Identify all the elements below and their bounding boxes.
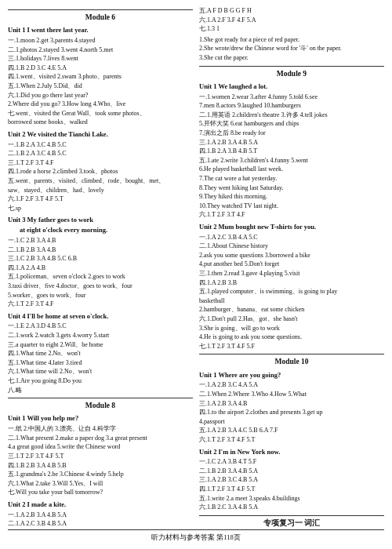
module8-title: Module 8 [8,398,193,411]
m8unit1-section: Unit 1 Will you help me? 一.纸 2.中国人的 3.漂亮… [8,413,193,497]
m8unit1-title: Unit 1 Will you help me? [8,413,193,424]
m9unit2-title: Unit 2 Mum bought new T-shirts for you. [199,222,384,232]
m10unit2-title: Unit 2 I'm in New York now. [199,447,384,457]
unit4-lines: 一.1.E 2.A 3.D 4.B 5.C 二.1.work 2.watch 3… [8,322,193,394]
m10unit2-section: Unit 2 I'm in New York now. 一.1.C 2.A 3.… [199,447,384,512]
section-below-lines: 1.She got ready for a piece of red paper… [199,35,384,63]
review-title: 专项复习一 词汇 [199,515,384,527]
m8unit2-lines: 一.1.A 2.B 3.A 4.B 5.A 二.1.A 2.C 3.B 4.B … [8,511,193,528]
right-top-lines: 五.A F D B G G F H 六.1.A 2.F 3.F 4.F 5.A … [199,6,384,34]
unit4-section: Unit 4 I'll be home at seven o'clock. 一.… [8,311,193,395]
m9unit1-title: Unit 1 We laughed a lot. [199,82,384,92]
m10unit1-section: Unit 1 Where are you going? 一.1.A 2.B 3.… [199,370,384,445]
m9unit1-section: Unit 1 We laughed a lot. 一.1.women 2.wea… [199,82,384,220]
unit2-lines: 一.1.B 2.A 3.C 4.B 5.C 二.1.B 2.A 3.C 4.B … [8,140,193,213]
unit3-lines: 一.1.C 2.B 3.A 4.B 二.1.B 2.B 3.A 4.B 三.1.… [8,236,193,309]
right-top: 五.A F D B G G F H 六.1.A 2.F 3.F 4.F 5.A … [199,6,384,34]
unit1-section: Unit 1 I went there last year. 一.1.moon … [8,25,193,127]
module6-title: Module 6 [8,9,193,23]
page: Module 6 Unit 1 I went there last year. … [0,0,392,549]
unit3-title: Unit 3 My father goes to work at eight o… [8,215,193,235]
unit2-section: Unit 2 We visited the Tianchi Lake. 一.1.… [8,129,193,213]
module9-title: Module 9 [199,66,384,79]
content-wrapper: Module 6 Unit 1 I went there last year. … [8,6,384,527]
m10unit1-title: Unit 1 Where are you going? [199,370,384,380]
m9unit2-lines: 一.1.A 2.C 3.B 4.A 5.C 二.1.About Chinese … [199,233,384,351]
m9unit1-lines: 一.1.women 2.wear 3.after 4.funny 5.told … [199,93,384,220]
m10unit1-lines: 一.1.A 2.B 3.C 4.A 5.A 二.1.When 2.Where 3… [199,380,384,444]
unit3-section: Unit 3 My father goes to work at eight o… [8,215,193,308]
footer: 听力材料与参考答案 第118页 [8,529,384,543]
section-below: 1.She got ready for a piece of red paper… [199,35,384,63]
unit1-lines: 一.1.moon 2.get 3.parents 4.stayed 二.1.ph… [8,36,193,127]
module10-title: Module 10 [199,354,384,367]
unit2-title: Unit 2 We visited the Tianchi Lake. [8,129,193,140]
m9unit2-section: Unit 2 Mum bought new T-shirts for you. … [199,222,384,351]
m10unit2-lines: 一.1.C 2.A 3.B 4.T 5.F 二.1.B 2.B 3.A 4.B … [199,457,384,512]
unit4-title: Unit 4 I'll be home at seven o'clock. [8,311,193,322]
m8unit2-title: Unit 2 I made a kite. [8,500,193,510]
m8unit2-section: Unit 2 I made a kite. 一.1.A 2.B 3.A 4.B … [8,500,193,527]
right-column: 五.A F D B G G F H 六.1.A 2.F 3.F 4.F 5.A … [199,6,384,527]
left-column: Module 6 Unit 1 I went there last year. … [8,6,193,527]
unit1-title: Unit 1 I went there last year. [8,25,193,35]
m8unit1-lines: 一.纸 2.中国人的 3.漂亮、让自 4.科学字 二.1.What presen… [8,424,193,497]
